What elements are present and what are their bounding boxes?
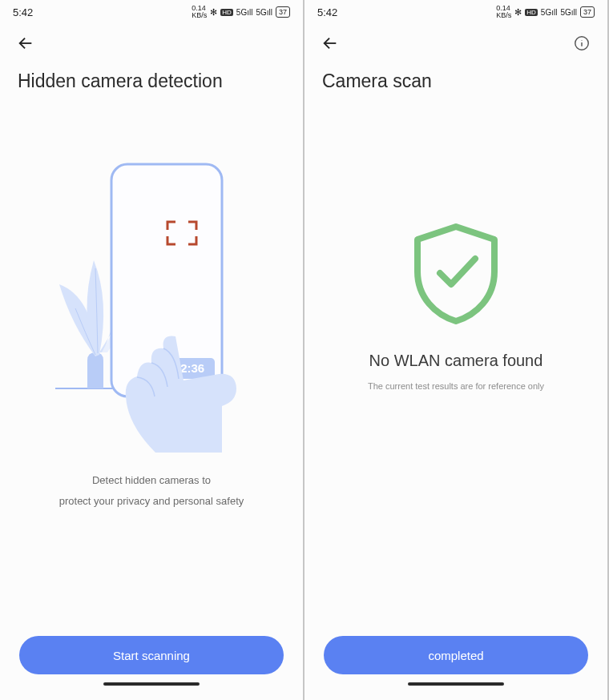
signal-5g-2: 5Gıll (256, 8, 272, 17)
illustration-hand-phone: 02:36 (31, 148, 272, 453)
status-bar: 5:42 0.14KB/s ✻ HD 5Gıll 5Gıll 37 (0, 0, 303, 24)
start-scanning-button[interactable]: Start scanning (19, 636, 284, 674)
hd-badge: HD (220, 9, 233, 16)
bottom-area: completed (304, 636, 607, 700)
screen-right: 5:42 0.14KB/s ✻ HD 5Gıll 5Gıll 37 Camera… (304, 0, 609, 700)
content-right: No WLAN camera found The current test re… (304, 92, 607, 636)
hd-badge: HD (525, 9, 538, 16)
nav-row (304, 24, 607, 62)
battery-icon: 37 (580, 6, 595, 18)
home-indicator[interactable] (103, 682, 200, 686)
signal-5g-1: 5Gıll (236, 8, 253, 17)
content-left: 02:36 Detect hidden cameras to protect y… (0, 92, 303, 636)
bluetooth-icon: ✻ (514, 7, 522, 18)
battery-icon: 37 (276, 6, 290, 18)
bottom-area: Start scanning (0, 636, 303, 700)
back-button[interactable] (319, 32, 341, 54)
status-bar: 5:42 0.14KB/s ✻ HD 5Gıll 5Gıll 37 (304, 0, 607, 24)
bluetooth-icon: ✻ (210, 7, 217, 18)
back-button[interactable] (14, 32, 37, 54)
shield-check-icon (408, 220, 504, 324)
status-time: 5:42 (13, 6, 33, 18)
description-text: Detect hidden cameras to protect your pr… (27, 472, 276, 510)
home-indicator[interactable] (408, 682, 504, 686)
signal-5g-2: 5Gıll (560, 8, 577, 17)
result-title: No WLAN camera found (369, 352, 543, 370)
page-title: Camera scan (304, 62, 607, 92)
page-title: Hidden camera detection (0, 62, 303, 92)
signal-5g-1: 5Gıll (541, 8, 558, 17)
result-subtitle: The current test results are for referen… (368, 381, 544, 391)
completed-button[interactable]: completed (324, 636, 588, 674)
status-icons: 0.14KB/s ✻ HD 5Gıll 5Gıll 37 (192, 5, 290, 19)
status-time: 5:42 (317, 6, 337, 18)
status-icons: 0.14KB/s ✻ HD 5Gıll 5Gıll 37 (496, 5, 595, 19)
result-block: No WLAN camera found The current test re… (368, 220, 544, 391)
info-button[interactable] (571, 32, 593, 54)
nav-row (0, 24, 303, 62)
screen-left: 5:42 0.14KB/s ✻ HD 5Gıll 5Gıll 37 Hidden… (0, 0, 304, 700)
